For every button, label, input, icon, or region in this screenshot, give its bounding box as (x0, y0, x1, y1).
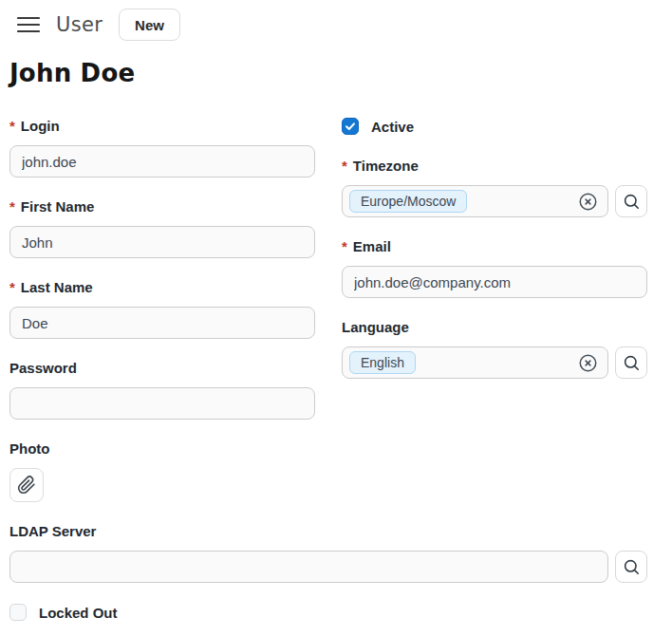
language-value-tag: English (349, 351, 416, 374)
x-circle-icon (578, 353, 598, 373)
required-marker: * (9, 279, 15, 296)
check-icon (345, 121, 356, 132)
form-left-column: * Login * First Name * Last Name Passwor… (9, 118, 315, 523)
first-name-label: * First Name (9, 198, 315, 215)
timezone-field-group: * Timezone Europe/Moscow (342, 158, 647, 217)
form: * Login * First Name * Last Name Passwor… (0, 118, 672, 523)
magnifier-icon (623, 558, 641, 576)
hamburger-menu-icon[interactable] (17, 15, 40, 34)
first-name-input[interactable] (9, 226, 315, 258)
language-lookup-row: English (342, 346, 647, 379)
required-marker: * (9, 198, 15, 215)
ldap-server-lookup-row (9, 551, 647, 583)
language-search-button[interactable] (615, 346, 647, 379)
required-marker: * (342, 158, 347, 175)
timezone-lookup-row: Europe/Moscow (342, 185, 647, 217)
app-title: User (56, 13, 103, 36)
required-marker: * (342, 238, 347, 255)
locked-out-label[interactable]: Locked Out (39, 605, 118, 621)
timezone-clear-button[interactable] (577, 191, 598, 212)
language-field-group: Language English (342, 319, 647, 379)
magnifier-icon (623, 354, 641, 372)
timezone-label: * Timezone (342, 158, 647, 175)
photo-field-group: Photo (9, 440, 315, 502)
ldap-server-field-group: LDAP Server (9, 523, 647, 583)
language-lookup-field[interactable]: English (342, 346, 608, 379)
language-clear-button[interactable] (577, 352, 598, 373)
paperclip-icon (17, 476, 36, 495)
active-label[interactable]: Active (371, 119, 414, 135)
form-full-width-section: LDAP Server Locked Out (0, 523, 672, 621)
email-label: * Email (342, 238, 647, 255)
password-field-group: Password (9, 360, 315, 420)
timezone-value-tag: Europe/Moscow (349, 190, 467, 213)
password-label: Password (9, 360, 315, 377)
password-input[interactable] (9, 387, 315, 420)
required-marker: * (9, 118, 15, 135)
photo-attach-button[interactable] (9, 468, 44, 502)
x-circle-icon (578, 192, 598, 212)
login-label: * Login (9, 118, 315, 135)
email-field-group: * Email (342, 238, 647, 298)
active-checkbox-row: Active (342, 118, 647, 135)
login-input[interactable] (9, 145, 315, 178)
form-right-column: Active * Timezone Europe/Moscow (342, 118, 647, 523)
ldap-server-label: LDAP Server (9, 523, 647, 540)
new-button[interactable]: New (119, 9, 180, 41)
last-name-field-group: * Last Name (9, 279, 315, 339)
login-field-group: * Login (9, 118, 315, 178)
photo-label: Photo (9, 440, 315, 458)
language-label: Language (342, 319, 647, 336)
ldap-server-input[interactable] (9, 551, 608, 583)
top-bar: User New (0, 0, 672, 42)
page-title: John Doe (9, 59, 672, 87)
active-checkbox[interactable] (342, 118, 359, 135)
email-input[interactable] (342, 266, 647, 298)
ldap-server-search-button[interactable] (615, 551, 647, 583)
locked-out-checkbox[interactable] (9, 604, 27, 621)
locked-out-checkbox-row: Locked Out (9, 604, 647, 621)
timezone-lookup-field[interactable]: Europe/Moscow (342, 185, 608, 217)
magnifier-icon (623, 193, 641, 211)
last-name-input[interactable] (9, 307, 315, 339)
timezone-search-button[interactable] (615, 185, 647, 217)
first-name-field-group: * First Name (9, 198, 315, 258)
last-name-label: * Last Name (9, 279, 315, 296)
